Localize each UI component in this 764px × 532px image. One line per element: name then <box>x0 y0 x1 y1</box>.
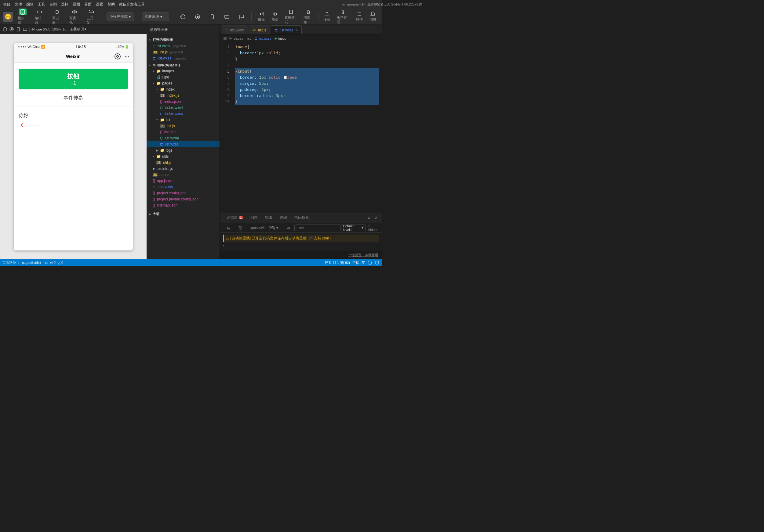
page-copy-icon[interactable]: ⊡ <box>45 261 48 265</box>
version-btn[interactable]: 版本管理 <box>334 8 352 25</box>
folder-index[interactable]: ▾ 📁 index <box>146 86 220 92</box>
menu-view[interactable]: 视图 <box>73 2 80 7</box>
outline-section[interactable]: ▶ 大纲 <box>146 211 220 217</box>
file-list-wxml[interactable]: ⬡ list.wxml <box>146 135 220 141</box>
compile-mode-dropdown[interactable]: 普通编译 ▾ <box>142 13 169 21</box>
project-section[interactable]: ▾ MINIPROGRAM-1 <box>146 63 220 68</box>
tab-list-wxml[interactable]: ⬡ list.wxml <box>222 25 248 35</box>
chat-btn[interactable] <box>236 13 248 20</box>
menu-interface[interactable]: 界面 <box>84 2 92 7</box>
breadcrumb-file[interactable]: list.wxss <box>259 37 271 40</box>
folder-list[interactable]: ▾ 📁 list <box>146 117 220 123</box>
file-project-config[interactable]: {} project.config.json <box>146 190 220 196</box>
clear-cache-btn[interactable]: 清缓存 <box>301 8 316 25</box>
open-editors-section[interactable]: ▾ 打开的编辑器 <box>146 37 220 43</box>
menu-tool[interactable]: 工具 <box>38 2 45 7</box>
file-eslintrc[interactable]: ● .eslintrc.js <box>146 166 220 172</box>
menu-select[interactable]: 选择 <box>61 2 69 7</box>
preview-btn[interactable]: 预览 <box>269 10 281 23</box>
console-tab-wxml[interactable] <box>223 223 235 232</box>
menu-edit[interactable]: 编辑 <box>26 2 34 7</box>
refresh-btn[interactable] <box>177 13 189 20</box>
console-filter-input[interactable] <box>294 224 341 231</box>
menu-settings[interactable]: 设置 <box>96 2 103 7</box>
refresh-small-icon[interactable] <box>2 27 7 32</box>
phone-small-icon[interactable] <box>16 27 21 32</box>
open-file-wxml[interactable]: ⬡ list.wxml pages\list <box>146 43 220 49</box>
simulator-btn[interactable]: 模拟器 <box>15 7 30 26</box>
file-app-js[interactable]: JS app.js <box>146 172 220 178</box>
console-tab-service[interactable]: appservice (#5) ▾ <box>246 223 283 232</box>
green-button[interactable]: 按钮 +1 <box>19 68 128 89</box>
menu-project[interactable]: 项目 <box>3 2 10 7</box>
code-line-2: border : 1px solid ; <box>235 50 379 56</box>
phone-nav-dots[interactable]: ··· <box>124 53 129 60</box>
folder-logs[interactable]: ▶ 📁 logs <box>146 147 220 153</box>
mobile-btn[interactable] <box>206 13 218 20</box>
collapse-up-icon[interactable]: ∧ <box>366 215 372 220</box>
open-file-wxss[interactable]: ⊏ list.wxss pages\list <box>146 55 220 61</box>
levels-dropdown[interactable]: Default levels ▾ <box>341 224 366 231</box>
file-app-wxss[interactable]: ⊏ app.wxss <box>146 184 220 190</box>
phone-nav-record[interactable] <box>114 54 120 60</box>
stop-small-icon[interactable] <box>9 27 14 32</box>
file-project-private[interactable]: {} project.private.config.json <box>146 196 220 202</box>
user-avatar[interactable]: 😊 <box>3 12 13 22</box>
file-app-json[interactable]: {} app.json <box>146 178 220 184</box>
file-index-wxss[interactable]: ⊏ index.wxss <box>146 111 220 117</box>
file-index-js[interactable]: JS index.js <box>146 92 220 98</box>
close-debugger-icon[interactable]: ✕ <box>373 215 379 220</box>
open-file-js[interactable]: JS list.js pages\list <box>146 49 220 55</box>
real-debug-btn[interactable]: 真机调试 <box>282 8 300 25</box>
breadcrumb-pages[interactable]: pages <box>234 37 243 40</box>
debugger-tab-main[interactable]: 调试器 1 <box>223 213 247 222</box>
compile-btn[interactable]: 编译 <box>255 10 268 23</box>
layout-btn[interactable] <box>221 13 233 20</box>
phone-status-bar: ●●●●● WeChat 📶 16:25 100% 🔋 <box>14 43 133 50</box>
visual-btn[interactable]: 可视化 <box>67 7 82 26</box>
debugger-tab-issues[interactable]: 问题 <box>247 213 262 222</box>
folder-images[interactable]: ▾ 📁 images <box>146 68 220 74</box>
tab-list-js[interactable]: JS list.js <box>249 25 270 35</box>
console-expandable[interactable]: › <box>223 242 379 249</box>
menu-help[interactable]: 帮助 <box>107 2 115 7</box>
breadcrumb-list[interactable]: list <box>247 37 251 40</box>
app-js-icon: JS <box>153 173 158 177</box>
menu-file[interactable]: 文件 <box>15 2 22 7</box>
code-content[interactable]: image { border : 1px solid ; <box>232 42 382 212</box>
debugger-btn[interactable]: 调试器 <box>50 7 65 26</box>
folder-utils[interactable]: ▾ 📁 utils <box>146 153 220 160</box>
debugger-tab-output[interactable]: 输出 <box>262 213 276 222</box>
file-sitemap[interactable]: {} sitemap.json <box>146 202 220 208</box>
tab-list-wxss[interactable]: ⊏ list.wxss ✕ <box>271 25 302 35</box>
file-list-json[interactable]: {} list.json <box>146 129 220 135</box>
expand-arrow[interactable]: › <box>223 244 224 247</box>
hotreload-label[interactable]: 热重载 开▾ <box>70 27 87 31</box>
device-label[interactable]: iPhone 6/7/8 <box>32 28 50 31</box>
upload-btn[interactable]: 上传 <box>321 10 333 23</box>
close-tab-icon[interactable]: ✕ <box>295 28 298 32</box>
file-list-js[interactable]: JS list.js <box>146 123 220 129</box>
mode-dropdown[interactable]: 小程序模式 ▾ <box>106 13 134 21</box>
menu-wechat-devtools[interactable]: 微信开发者工具 <box>119 2 145 7</box>
file-util-js[interactable]: JS util.js <box>146 160 220 166</box>
debugger-tab-terminal[interactable]: 终端 <box>276 213 291 222</box>
svg-point-12 <box>274 13 276 15</box>
console-tab-eye[interactable] <box>283 223 294 232</box>
file-index-json[interactable]: {} index.json <box>146 98 220 105</box>
layout-small-icon[interactable] <box>23 27 28 32</box>
console-tab-stop[interactable] <box>235 223 246 232</box>
menu-goto[interactable]: 转到 <box>50 2 57 7</box>
stop-btn[interactable] <box>191 13 204 20</box>
detail-btn[interactable]: 详情 <box>353 10 365 23</box>
folder-pages[interactable]: ▾ 📁 pages <box>146 80 220 86</box>
file-list-wxss[interactable]: ⊏ list.wxss <box>146 141 220 147</box>
file-1jpg[interactable]: 🖼 1.jpg <box>146 74 220 80</box>
personality-text[interactable]: 个性设置，点我看看 <box>348 253 378 257</box>
message-btn[interactable]: 消息 <box>367 10 379 23</box>
more-icon[interactable]: ··· <box>213 28 217 32</box>
debugger-tab-quality[interactable]: 代码质量 <box>291 213 313 222</box>
editor-btn[interactable]: 编辑器 <box>32 7 47 26</box>
cloud-btn[interactable]: 云开发 <box>84 7 99 26</box>
file-index-wxml[interactable]: ⬡ index.wxml <box>146 105 220 111</box>
